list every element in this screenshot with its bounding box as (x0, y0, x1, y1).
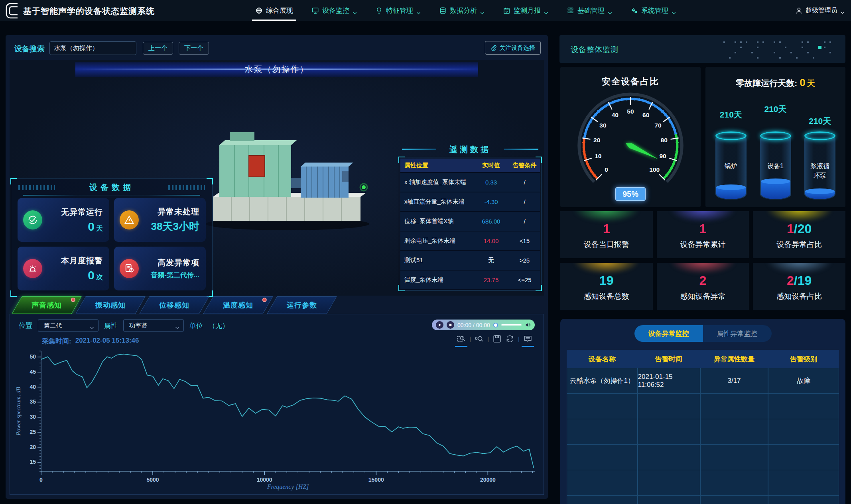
nav-item-device-monitor[interactable]: 设备监控 (311, 0, 357, 21)
stat-label: 感知设备异常 (657, 291, 749, 302)
nav-item-system-mgmt[interactable]: 系统管理 (630, 0, 676, 21)
alarm-condition: / (509, 179, 540, 186)
telemetry-header-row: 属性位置实时值告警条件 (400, 159, 540, 173)
zoom-select-icon[interactable] (457, 334, 466, 343)
next-device-button[interactable]: 下一个 (179, 42, 209, 55)
overview-stats: 1设备当日报警1设备异常累计1/20设备异常占比19感知设备总数2感知设备异常2… (560, 211, 845, 310)
position-select[interactable]: 第二代 (38, 319, 98, 332)
stat-label: 设备异常占比 (753, 239, 845, 250)
nav-item-feature-mgmt[interactable]: 特征管理 (375, 0, 421, 21)
alarm-condition: >25 (509, 257, 540, 264)
nav-item-monthly-report[interactable]: 监测月报 (503, 0, 548, 21)
title-divider (23, 195, 200, 196)
device-name: 设备1 (763, 161, 788, 171)
volume-icon[interactable] (525, 322, 531, 328)
attribute-select[interactable]: 功率谱 (123, 319, 184, 332)
stat-value: 19 (560, 273, 653, 288)
run-days-value: 210天 (798, 116, 842, 127)
frame-corner (207, 290, 213, 297)
nav-item-overview[interactable]: 综合展现 (255, 0, 293, 21)
alert-badge (71, 298, 75, 302)
data-view-icon[interactable] (523, 334, 532, 343)
user-menu[interactable]: 超级管理员 (795, 0, 845, 21)
chevron-down-icon (90, 324, 94, 327)
svg-text:50: 50 (627, 108, 634, 115)
alarm-condition: <15 (509, 237, 540, 244)
stat-card-frequent-abnormal: 高发异常项 音频-第二代传... (114, 247, 206, 290)
nav-item-data-analysis[interactable]: 数据分析 (439, 0, 485, 21)
gauge-title: 安全设备占比 (560, 76, 701, 88)
audio-player: 00:00 / 00:00 (432, 320, 535, 330)
sense-tabs: 声音感知 振动感知 位移感知 温度感知 运行参数 (10, 296, 336, 314)
gear-icon (630, 7, 638, 14)
telemetry-row: 测试51无>25 (400, 251, 540, 271)
prev-device-button[interactable]: 上一个 (143, 42, 173, 55)
dots-decoration (720, 37, 840, 61)
svg-text:40: 40 (30, 384, 36, 390)
frame-corner (10, 290, 17, 297)
zoom-reset-icon[interactable] (475, 334, 484, 343)
cylinder-item: 210天锅炉 (709, 92, 753, 203)
svg-text:0: 0 (605, 166, 608, 173)
attribute-name: 温度_泵体末端 (400, 276, 473, 284)
attribute-name: 剩余电压_泵体末端 (400, 237, 473, 245)
svg-text:25: 25 (30, 429, 36, 435)
telemetry-row: x 轴加速度值_泵体末端0.33/ (400, 173, 540, 192)
svg-text:Power spectrum, dB: Power spectrum, dB (15, 387, 22, 436)
tab-attribute-alarm[interactable]: 属性异常监控 (703, 325, 772, 342)
chevron-down-icon (416, 9, 421, 12)
attribute-name: 位移_泵体首端X轴 (400, 218, 473, 225)
realtime-value: 23.75 (473, 277, 509, 283)
tab-device-alarm[interactable]: 设备异常监控 (634, 325, 703, 342)
attribute-label: 属性 (104, 321, 118, 330)
search-input[interactable] (49, 41, 136, 55)
seek-handle[interactable] (493, 323, 498, 328)
svg-text:30: 30 (30, 414, 36, 420)
cylinder-item: 210天设备1 (753, 92, 798, 203)
svg-text:40: 40 (612, 112, 619, 118)
alarm-tabs: 设备异常监控 属性异常监控 (634, 325, 772, 342)
save-image-icon[interactable] (492, 334, 502, 343)
overview-stat-card: 2/19感知设备占比 (753, 263, 845, 310)
tab-sound-sense[interactable]: 声音感知 (12, 296, 81, 314)
svg-text:60: 60 (642, 112, 649, 118)
chevron-down-icon (544, 9, 548, 12)
sound-sense-content: 位置 第二代 属性 功率谱 单位 （无） 00:00 / 00:00 采集时间:… (10, 314, 544, 495)
tab-temperature-sense[interactable]: 温度感知 (203, 296, 273, 314)
alarm-row[interactable]: 云酷水泵（勿操作1）2021-01-15 11:06:523/17故障 (567, 368, 839, 394)
stat-label: 感知设备占比 (753, 291, 845, 302)
device-data-panel: 设备数据 无异常运行 0天 异常未处理 38天3小时 本月度报警 (11, 178, 213, 296)
svg-text:70: 70 (654, 122, 661, 129)
stop-button[interactable] (447, 321, 454, 329)
stat-label: 设备当日报警 (560, 239, 653, 250)
play-button[interactable] (436, 321, 443, 329)
stat-label: 感知设备总数 (560, 291, 653, 302)
stat-value: 1 (657, 222, 749, 236)
cylinder-top-ring (804, 131, 835, 140)
svg-text:20: 20 (593, 137, 600, 143)
alarm-condition: / (509, 218, 540, 225)
chevron-down-icon (608, 9, 612, 12)
focus-device-button[interactable]: 关注设备选择 (485, 41, 541, 55)
zero-fault-title: 零故障运行天数:0天 (705, 76, 845, 89)
telemetry-row: 剩余电压_泵体末端14.00<15 (400, 231, 540, 251)
cylinder-group: 210天锅炉210天设备1210天浆液循环泵 (709, 92, 842, 203)
attribute-name: x 轴加速度值_泵体末端 (400, 178, 473, 186)
nav-item-base-mgmt[interactable]: 基础管理 (567, 0, 612, 21)
liquid-level (761, 181, 790, 199)
tab-vibration-sense[interactable]: 振动感知 (75, 296, 145, 314)
stat-card-unhandled: 异常未处理 38天3小时 (114, 198, 206, 242)
check-cycle-icon (23, 210, 42, 229)
tab-run-params[interactable]: 运行参数 (267, 296, 337, 314)
seek-track[interactable] (501, 324, 522, 326)
refresh-icon[interactable] (505, 334, 514, 343)
calendar-icon (503, 7, 510, 14)
alarm-row-empty (567, 445, 839, 470)
alarm-row-empty (567, 470, 839, 496)
tab-displacement-sense[interactable]: 位移感知 (139, 296, 209, 314)
stat-value: 2/19 (753, 273, 845, 288)
svg-text:15: 15 (30, 459, 36, 465)
chevron-down-icon (840, 9, 845, 12)
position-label: 位置 (19, 321, 32, 330)
globe-icon (255, 7, 263, 14)
